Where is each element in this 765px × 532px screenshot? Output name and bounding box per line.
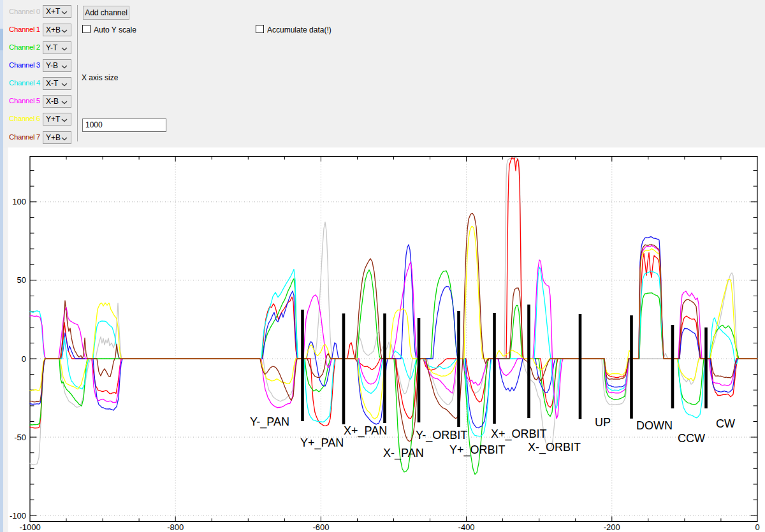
svg-text:Y-_ORBIT: Y-_ORBIT bbox=[416, 429, 467, 442]
svg-text:X+_PAN: X+_PAN bbox=[344, 424, 387, 438]
svg-text:Y+_PAN: Y+_PAN bbox=[300, 436, 344, 450]
svg-text:-1000: -1000 bbox=[19, 522, 40, 532]
svg-text:-800: -800 bbox=[167, 522, 184, 532]
svg-text:Y-_PAN: Y-_PAN bbox=[250, 415, 289, 429]
svg-text:CCW: CCW bbox=[678, 432, 705, 445]
svg-text:X-_ORBIT: X-_ORBIT bbox=[528, 441, 581, 454]
svg-text:UP: UP bbox=[595, 416, 611, 429]
svg-text:CW: CW bbox=[716, 417, 735, 430]
svg-text:0: 0 bbox=[755, 522, 759, 532]
svg-text:-200: -200 bbox=[604, 522, 620, 532]
svg-text:-400: -400 bbox=[458, 522, 475, 532]
svg-text:DOWN: DOWN bbox=[636, 419, 673, 432]
svg-text:0: 0 bbox=[22, 354, 26, 364]
svg-text:Y+_ORBIT: Y+_ORBIT bbox=[449, 443, 506, 457]
svg-text:-600: -600 bbox=[312, 522, 329, 532]
svg-text:X+_ORBIT: X+_ORBIT bbox=[491, 428, 547, 441]
svg-text:50: 50 bbox=[17, 275, 26, 285]
svg-text:-50: -50 bbox=[14, 433, 26, 442]
svg-text:100: 100 bbox=[12, 197, 26, 206]
svg-text:X-_PAN: X-_PAN bbox=[383, 447, 424, 460]
svg-text:-100: -100 bbox=[10, 511, 26, 521]
